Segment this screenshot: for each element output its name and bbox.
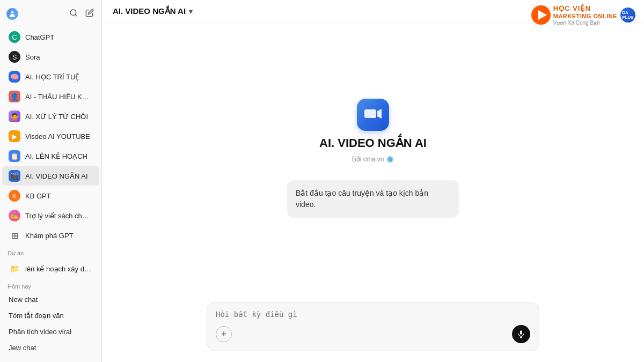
- topbar-title-text: AI. VIDEO NGẮN AI: [113, 6, 186, 16]
- topbar-title: AI. VIDEO NGẮN AI ▾: [113, 6, 193, 16]
- bot-info-container: AI. VIDEO NGẮN AI Bởi cma.vn 🌐: [319, 99, 427, 163]
- logo-badge: DAPLUS: [620, 8, 635, 23]
- logo-image: HỌC VIỆN MARKETING ONLINE Vươn Xa Cùng B…: [531, 4, 617, 26]
- logo-hoc-vien: HỌC VIỆN: [553, 4, 617, 13]
- du-an-item-label-ke-hoach: lên kế hoạch xây dựng k...: [25, 265, 93, 273]
- sidebar-item-label-visdeo-youtube: Visdeo AI YOUTUBE: [25, 132, 90, 141]
- sidebar-item-len-ke-hoach[interactable]: 📋AI. LÊN KẾ HOẠCH: [2, 146, 99, 166]
- sidebar-logo: [6, 8, 18, 20]
- bot-source-globe-icon: 🌐: [386, 156, 394, 163]
- bot-source-text: Bởi cma.vn: [352, 156, 384, 163]
- send-button[interactable]: [512, 325, 530, 343]
- bot-message-bubble: Bắt đầu tạo câu truyện và tạo kịch bản v…: [287, 180, 459, 218]
- input-bottom-row: +: [216, 325, 530, 343]
- hom-nay-item-new-chat[interactable]: New chat: [2, 292, 99, 307]
- sidebar-header: [0, 0, 101, 25]
- sidebar-item-label-len-ke-hoach: AI. LÊN KẾ HOẠCH: [25, 152, 87, 160]
- sidebar-item-label-xu-ly-tu-choi: AI. XỬ LÝ TỪ CHỐI: [25, 113, 88, 121]
- hom-nay-item-label-jew-chat: Jew chat: [9, 344, 36, 352]
- sidebar-item-visdeo-youtube[interactable]: ▶Visdeo AI YOUTUBE: [2, 127, 99, 146]
- sidebar-item-icon-kham-pha: ⊞: [9, 230, 20, 241]
- sidebar-item-thau-hieu[interactable]: 👤AI - THẤU HIỂU KHÁ...: [2, 87, 99, 106]
- sidebar-item-icon-video-ngan: 🎬: [9, 170, 20, 182]
- sidebar-item-icon-xu-ly-tu-choi: 🙅: [9, 110, 20, 122]
- bot-icon: [357, 99, 389, 131]
- logo-area: HỌC VIỆN MARKETING ONLINE Vươn Xa Cùng B…: [531, 4, 635, 26]
- sidebar-item-label-tro-ly: Trợ lý viết sách chuyê...: [25, 212, 93, 220]
- hom-nay-item-label-tom-tat: Tóm tắt đoạn văn: [9, 312, 64, 320]
- sidebar-item-icon-len-ke-hoach: 📋: [9, 150, 20, 162]
- input-area: +: [102, 293, 644, 362]
- sidebar: CChatGPTSSora🧠AI. HỌC TRÍ TUỆ👤AI - THẤU …: [0, 0, 102, 362]
- sidebar-item-xu-ly-tu-choi[interactable]: 🙅AI. XỬ LÝ TỪ CHỐI: [2, 107, 99, 126]
- hom-nay-item-jew-chat[interactable]: Jew chat: [2, 340, 99, 356]
- sidebar-item-label-kb-gpt: KB GPT: [25, 192, 51, 200]
- logo-play-icon: [531, 5, 551, 25]
- sidebar-item-icon-thau-hieu: 👤: [9, 91, 20, 102]
- sidebar-item-label-hoc-tri-tue: AI. HỌC TRÍ TUỆ: [25, 73, 79, 81]
- sidebar-item-label-kham-pha: Khám phá GPT: [25, 232, 74, 240]
- sidebar-nav: CChatGPTSSora🧠AI. HỌC TRÍ TUỆ👤AI - THẤU …: [0, 25, 101, 362]
- svg-marker-6: [377, 109, 382, 119]
- bot-name: AI. VIDEO NGẮN AI: [319, 136, 427, 150]
- svg-line-2: [75, 14, 77, 16]
- svg-point-0: [11, 11, 14, 14]
- sidebar-item-tro-ly[interactable]: ✍Trợ lý viết sách chuyê...: [2, 206, 99, 225]
- sidebar-item-hoc-tri-tue[interactable]: 🧠AI. HỌC TRÍ TUỆ: [2, 67, 99, 86]
- sidebar-item-icon-sora: S: [9, 51, 20, 63]
- chat-input[interactable]: [216, 310, 530, 319]
- sidebar-item-label-video-ngan: AI. VIDEO NGẮN AI: [25, 172, 88, 180]
- hom-nay-item-label-new-chat: New chat: [9, 295, 38, 304]
- du-an-item-ke-hoach[interactable]: 📁lên kế hoạch xây dựng k...: [2, 259, 99, 278]
- sidebar-item-icon-visdeo-youtube: ▶: [9, 130, 20, 142]
- sidebar-item-icon-hoc-tri-tue: 🧠: [9, 71, 20, 83]
- bot-source: Bởi cma.vn 🌐: [352, 156, 394, 163]
- sidebar-item-video-ngan[interactable]: 🎬AI. VIDEO NGẮN AI: [2, 166, 99, 186]
- hom-nay-item-phan-tich[interactable]: Phân tích video viral: [2, 324, 99, 339]
- sidebar-item-kham-pha[interactable]: ⊞Khám phá GPT: [2, 226, 99, 245]
- sidebar-item-label-sora: Sora: [25, 53, 40, 61]
- video-camera-icon: [363, 105, 383, 124]
- bot-message-text: Bắt đầu tạo câu truyện và tạo kịch bản v…: [296, 189, 428, 209]
- sidebar-item-label-chatgpt: ChatGPT: [25, 33, 54, 41]
- section-hom-nay-label: Hôm nay: [0, 279, 101, 291]
- svg-point-1: [70, 10, 76, 16]
- sidebar-item-label-thau-hieu: AI - THẤU HIỂU KHÁ...: [25, 93, 93, 101]
- microphone-icon: [517, 330, 525, 338]
- edit-button[interactable]: [84, 8, 95, 20]
- sidebar-item-sora[interactable]: SSora: [2, 47, 99, 67]
- sidebar-item-icon-kb-gpt: K: [9, 190, 20, 202]
- logo-hoc-span: HỌC VIỆN: [553, 4, 591, 12]
- svg-rect-5: [364, 109, 376, 118]
- logo-text: HỌC VIỆN MARKETING ONLINE Vươn Xa Cùng B…: [553, 4, 617, 26]
- sidebar-item-icon-chatgpt: C: [9, 31, 20, 43]
- plus-icon: +: [221, 329, 227, 340]
- du-an-item-icon-ke-hoach: 📁: [9, 263, 20, 275]
- topbar-chevron[interactable]: ▾: [189, 8, 193, 16]
- input-row: [216, 310, 530, 319]
- chat-area: AI. VIDEO NGẮN AI Bởi cma.vn 🌐 Bắt đầu t…: [102, 23, 644, 293]
- sidebar-item-kb-gpt[interactable]: KKB GPT: [2, 186, 99, 205]
- logo-marketing-text: MARKETING ONLINE: [553, 13, 617, 20]
- sidebar-item-icon-tro-ly: ✍: [9, 210, 20, 221]
- hom-nay-item-tom-tat[interactable]: Tóm tắt đoạn văn: [2, 308, 99, 323]
- sidebar-item-chatgpt[interactable]: CChatGPT: [2, 27, 99, 47]
- logo-sub-text: Vươn Xa Cùng Bạn: [553, 20, 617, 26]
- section-du-an-label: Dự án: [0, 246, 101, 258]
- input-box: +: [207, 302, 539, 351]
- search-button[interactable]: [68, 8, 79, 20]
- main-panel: AI. VIDEO NGẮN AI ▾ HỌC VIỆN MARKETING O…: [102, 0, 644, 362]
- add-attachment-button[interactable]: +: [216, 326, 232, 342]
- sidebar-header-icons: [68, 8, 95, 20]
- hom-nay-item-label-phan-tich: Phân tích video viral: [9, 328, 71, 336]
- svg-rect-7: [520, 330, 522, 334]
